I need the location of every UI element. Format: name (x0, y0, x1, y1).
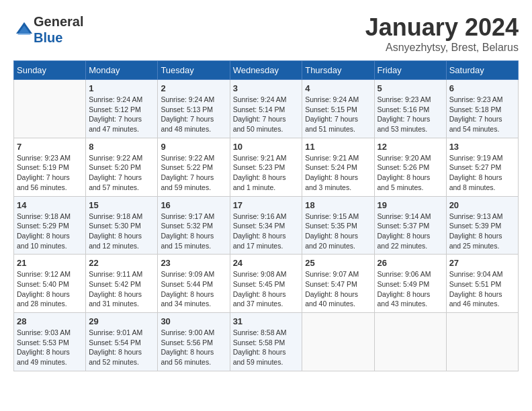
logo-general-text: General (34, 14, 83, 29)
day-number: 31 (233, 316, 300, 326)
day-number: 30 (161, 316, 226, 326)
day-info: Sunrise: 9:24 AMSunset: 5:15 PMDaylight:… (305, 95, 371, 134)
day-number: 28 (17, 316, 83, 326)
day-info: Sunrise: 9:20 AMSunset: 5:26 PMDaylight:… (378, 153, 443, 193)
day-number: 5 (378, 83, 443, 93)
day-info: Sunrise: 9:21 AMSunset: 5:23 PMDaylight:… (233, 153, 300, 193)
day-number: 27 (449, 258, 515, 268)
day-info: Sunrise: 9:18 AMSunset: 5:30 PMDaylight:… (89, 212, 154, 251)
day-info: Sunrise: 9:15 AMSunset: 5:35 PMDaylight:… (305, 212, 371, 251)
day-number: 16 (161, 200, 226, 210)
day-number: 19 (378, 200, 443, 210)
calendar-cell: 20Sunrise: 9:13 AMSunset: 5:39 PMDayligh… (446, 196, 518, 255)
day-number: 17 (233, 200, 300, 210)
day-info: Sunrise: 9:07 AMSunset: 5:47 PMDaylight:… (305, 269, 371, 309)
day-number: 7 (17, 142, 83, 152)
day-info: Sunrise: 9:11 AMSunset: 5:42 PMDaylight:… (89, 269, 154, 309)
calendar-week-row: 7Sunrise: 9:23 AMSunset: 5:19 PMDaylight… (14, 138, 519, 196)
calendar-cell (302, 313, 374, 371)
calendar-cell: 12Sunrise: 9:20 AMSunset: 5:26 PMDayligh… (374, 138, 446, 196)
day-number: 29 (89, 316, 154, 326)
weekday-header-saturday: Saturday (446, 61, 518, 80)
day-number: 20 (449, 200, 515, 210)
calendar-cell: 1Sunrise: 9:24 AMSunset: 5:12 PMDaylight… (86, 80, 158, 138)
day-info: Sunrise: 9:08 AMSunset: 5:45 PMDaylight:… (233, 269, 300, 309)
calendar-cell: 30Sunrise: 9:00 AMSunset: 5:56 PMDayligh… (158, 313, 230, 371)
weekday-header-thursday: Thursday (302, 61, 374, 80)
weekday-header-friday: Friday (374, 61, 446, 80)
weekday-header-wednesday: Wednesday (230, 61, 302, 80)
logo: General Blue (13, 13, 83, 46)
calendar-header: SundayMondayTuesdayWednesdayThursdayFrid… (14, 61, 519, 80)
day-number: 18 (305, 200, 371, 210)
calendar-cell: 22Sunrise: 9:11 AMSunset: 5:42 PMDayligh… (86, 255, 158, 313)
day-info: Sunrise: 9:12 AMSunset: 5:40 PMDaylight:… (17, 269, 83, 309)
calendar-week-row: 14Sunrise: 9:18 AMSunset: 5:29 PMDayligh… (14, 196, 519, 255)
day-info: Sunrise: 9:18 AMSunset: 5:29 PMDaylight:… (17, 212, 83, 251)
calendar-cell: 11Sunrise: 9:21 AMSunset: 5:24 PMDayligh… (302, 138, 374, 196)
day-info: Sunrise: 9:14 AMSunset: 5:37 PMDaylight:… (378, 212, 443, 251)
day-info: Sunrise: 9:24 AMSunset: 5:12 PMDaylight:… (89, 95, 154, 134)
logo-icon (15, 20, 34, 39)
day-info: Sunrise: 9:09 AMSunset: 5:44 PMDaylight:… (161, 269, 226, 309)
day-info: Sunrise: 9:19 AMSunset: 5:27 PMDaylight:… (449, 153, 515, 193)
day-number: 14 (17, 200, 83, 210)
calendar-cell: 14Sunrise: 9:18 AMSunset: 5:29 PMDayligh… (14, 196, 86, 255)
calendar-week-row: 28Sunrise: 9:03 AMSunset: 5:53 PMDayligh… (14, 313, 519, 371)
calendar-cell: 3Sunrise: 9:24 AMSunset: 5:14 PMDaylight… (230, 80, 302, 138)
day-info: Sunrise: 9:03 AMSunset: 5:53 PMDaylight:… (17, 328, 83, 367)
calendar-cell: 9Sunrise: 9:22 AMSunset: 5:22 PMDaylight… (158, 138, 230, 196)
day-number: 26 (378, 258, 443, 268)
day-number: 3 (233, 83, 300, 93)
day-info: Sunrise: 9:23 AMSunset: 5:16 PMDaylight:… (378, 95, 443, 134)
day-number: 21 (17, 258, 83, 268)
day-info: Sunrise: 9:06 AMSunset: 5:49 PMDaylight:… (378, 269, 443, 309)
calendar-cell: 15Sunrise: 9:18 AMSunset: 5:30 PMDayligh… (86, 196, 158, 255)
day-number: 15 (89, 200, 154, 210)
day-number: 1 (89, 83, 154, 93)
day-info: Sunrise: 9:24 AMSunset: 5:13 PMDaylight:… (161, 95, 226, 134)
calendar-cell: 24Sunrise: 9:08 AMSunset: 5:45 PMDayligh… (230, 255, 302, 313)
calendar-cell: 25Sunrise: 9:07 AMSunset: 5:47 PMDayligh… (302, 255, 374, 313)
location-subtitle: Asnyezhytsy, Brest, Belarus (365, 42, 519, 54)
calendar-cell: 29Sunrise: 9:01 AMSunset: 5:54 PMDayligh… (86, 313, 158, 371)
day-number: 23 (161, 258, 226, 268)
logo-blue-text: Blue (34, 30, 62, 45)
day-info: Sunrise: 9:23 AMSunset: 5:18 PMDaylight:… (449, 95, 515, 134)
day-info: Sunrise: 9:22 AMSunset: 5:20 PMDaylight:… (89, 153, 154, 193)
calendar-cell: 26Sunrise: 9:06 AMSunset: 5:49 PMDayligh… (374, 255, 446, 313)
calendar-cell: 16Sunrise: 9:17 AMSunset: 5:32 PMDayligh… (158, 196, 230, 255)
calendar-cell: 23Sunrise: 9:09 AMSunset: 5:44 PMDayligh… (158, 255, 230, 313)
calendar-cell: 13Sunrise: 9:19 AMSunset: 5:27 PMDayligh… (446, 138, 518, 196)
calendar-cell: 17Sunrise: 9:16 AMSunset: 5:34 PMDayligh… (230, 196, 302, 255)
day-info: Sunrise: 9:16 AMSunset: 5:34 PMDaylight:… (233, 212, 300, 251)
weekday-header-monday: Monday (86, 61, 158, 80)
page-header: General Blue January 2024 Asnyezhytsy, B… (13, 13, 519, 54)
calendar-cell: 31Sunrise: 8:58 AMSunset: 5:58 PMDayligh… (230, 313, 302, 371)
calendar-cell: 7Sunrise: 9:23 AMSunset: 5:19 PMDaylight… (14, 138, 86, 196)
day-info: Sunrise: 9:24 AMSunset: 5:14 PMDaylight:… (233, 95, 300, 134)
day-info: Sunrise: 9:00 AMSunset: 5:56 PMDaylight:… (161, 328, 226, 367)
calendar-cell: 6Sunrise: 9:23 AMSunset: 5:18 PMDaylight… (446, 80, 518, 138)
calendar-cell: 2Sunrise: 9:24 AMSunset: 5:13 PMDaylight… (158, 80, 230, 138)
day-number: 9 (161, 142, 226, 152)
calendar-table: SundayMondayTuesdayWednesdayThursdayFrid… (13, 60, 519, 371)
day-number: 13 (449, 142, 515, 152)
month-title: January 2024 (365, 13, 519, 42)
calendar-week-row: 1Sunrise: 9:24 AMSunset: 5:12 PMDaylight… (14, 80, 519, 138)
day-info: Sunrise: 9:13 AMSunset: 5:39 PMDaylight:… (449, 212, 515, 251)
day-number: 25 (305, 258, 371, 268)
day-number: 24 (233, 258, 300, 268)
calendar-cell: 21Sunrise: 9:12 AMSunset: 5:40 PMDayligh… (14, 255, 86, 313)
calendar-cell: 19Sunrise: 9:14 AMSunset: 5:37 PMDayligh… (374, 196, 446, 255)
day-number: 10 (233, 142, 300, 152)
day-number: 22 (89, 258, 154, 268)
day-number: 6 (449, 83, 515, 93)
calendar-cell (14, 80, 86, 138)
day-number: 12 (378, 142, 443, 152)
calendar-cell (374, 313, 446, 371)
calendar-cell: 4Sunrise: 9:24 AMSunset: 5:15 PMDaylight… (302, 80, 374, 138)
day-number: 4 (305, 83, 371, 93)
calendar-cell: 8Sunrise: 9:22 AMSunset: 5:20 PMDaylight… (86, 138, 158, 196)
calendar-cell: 28Sunrise: 9:03 AMSunset: 5:53 PMDayligh… (14, 313, 86, 371)
